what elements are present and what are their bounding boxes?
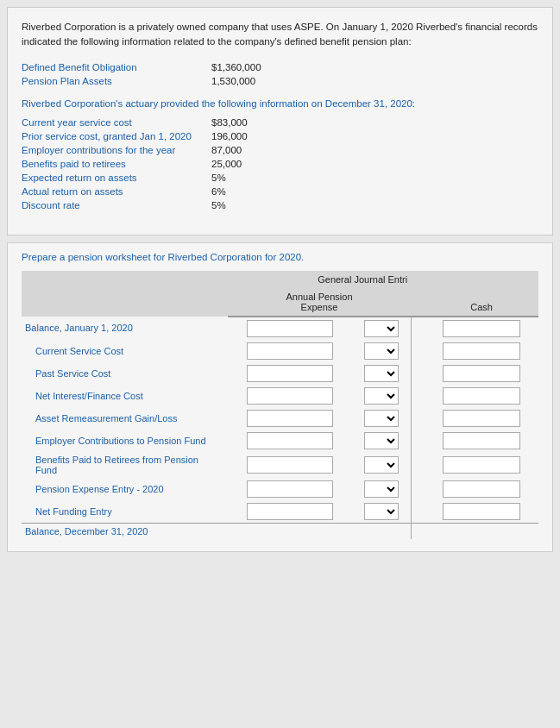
balance-row-2: Pension Plan Assets 1,530,000 <box>22 76 538 86</box>
actuary-row-4: Benefits paid to retirees 25,000 <box>22 159 538 169</box>
input-cell-bp-expense[interactable] <box>228 452 353 478</box>
row-employer-contributions: Employer Contributions to Pension Fund D… <box>22 430 538 452</box>
input-pe-expense[interactable] <box>247 480 333 498</box>
actuary-row-6: Actual return on assets 6% <box>22 186 538 197</box>
actuary-row-1: Current year service cost $83,000 <box>22 117 538 128</box>
input-ni-cash[interactable] <box>443 387 520 405</box>
input-cell-ec-expense[interactable] <box>228 430 353 452</box>
input-cell-pe-expense[interactable] <box>228 478 353 500</box>
select-pe-dr-cr[interactable]: DrCr <box>364 480 399 498</box>
row-balance-dec: Balance, December 31, 2020 <box>22 523 538 539</box>
input-ec-cash[interactable] <box>443 432 520 449</box>
input-psc-expense[interactable] <box>247 365 333 382</box>
actuary-row-3: Employer contributions for the year 87,0… <box>22 145 538 155</box>
input-ar-expense[interactable] <box>247 410 333 427</box>
input-pe-cash[interactable] <box>443 480 520 498</box>
actuary-value-6: 6% <box>211 186 298 197</box>
select-csc-dr-cr[interactable]: DrCr <box>364 342 399 360</box>
input-cell-balance-jan-expense[interactable] <box>228 317 353 340</box>
input-balance-jan-expense[interactable] <box>247 320 333 337</box>
input-cell-ec-cash[interactable] <box>425 430 538 452</box>
col-cash-header <box>425 271 538 288</box>
input-nf-expense[interactable] <box>247 503 333 520</box>
balance-label-2: Pension Plan Assets <box>22 76 211 86</box>
select-bp-dr-cr[interactable]: DrCr <box>364 456 399 474</box>
input-cell-ar-dr-cr[interactable]: DrCr <box>352 407 411 430</box>
input-cell-ni-dr-cr[interactable]: DrCr <box>352 385 411 407</box>
label-asset-remeasurement: Asset Remeasurement Gain/Loss <box>22 407 228 430</box>
col-label-header <box>22 271 228 288</box>
input-cell-psc-expense[interactable] <box>228 362 353 385</box>
input-cell-nf-expense[interactable] <box>228 500 353 524</box>
input-cell-nf-cash[interactable] <box>425 500 538 524</box>
row-net-funding-entry: Net Funding Entry DrCr <box>22 500 538 524</box>
actuary-value-4: 25,000 <box>211 159 298 169</box>
col-sep12 <box>411 523 425 539</box>
input-cell-psc-cash[interactable] <box>425 362 538 385</box>
input-cell-ar-expense[interactable] <box>228 407 353 430</box>
input-cell-ar-cash[interactable] <box>425 407 538 430</box>
input-cell-ec-dr-cr[interactable]: DrCr <box>352 430 411 452</box>
label-employer-contributions: Employer Contributions to Pension Fund <box>22 430 228 452</box>
col-sep8 <box>411 430 425 452</box>
input-cell-csc-cash[interactable] <box>425 340 538 362</box>
worksheet-title: Prepare a pension worksheet for Riverbed… <box>22 252 538 262</box>
row-benefits-paid: Benefits Paid to Retirees from Pension F… <box>22 452 538 478</box>
label-balance-dec: Balance, December 31, 2020 <box>22 523 228 539</box>
input-ec-expense[interactable] <box>247 432 333 449</box>
input-cell-bd-cash <box>425 523 538 539</box>
balance-row-1: Defined Benefit Obligation $1,360,000 <box>22 62 538 72</box>
input-bp-cash[interactable] <box>443 456 520 474</box>
col-sep9 <box>411 452 425 478</box>
input-bp-expense[interactable] <box>247 456 333 474</box>
actuary-label-3: Employer contributions for the year <box>22 145 211 155</box>
row-current-service-cost: Current Service Cost DrCr <box>22 340 538 362</box>
select-ar-dr-cr[interactable]: DrCr <box>364 410 399 427</box>
col-sep2 <box>411 288 425 317</box>
row-balance-jan: Balance, January 1, 2020 DrCr <box>22 317 538 340</box>
actuary-label-2: Prior service cost, granted Jan 1, 2020 <box>22 131 211 141</box>
input-cell-psc-dr-cr[interactable]: DrCr <box>352 362 411 385</box>
label-balance-jan: Balance, January 1, 2020 <box>22 317 228 340</box>
input-ni-expense[interactable] <box>247 387 333 405</box>
select-balance-jan-dr-cr[interactable]: DrCr <box>364 320 399 337</box>
input-cell-balance-jan-cash[interactable] <box>425 317 538 340</box>
actuary-row-2: Prior service cost, granted Jan 1, 2020 … <box>22 131 538 141</box>
col-label-sub <box>22 288 228 317</box>
input-cell-csc-expense[interactable] <box>228 340 353 362</box>
balance-table: Defined Benefit Obligation $1,360,000 Pe… <box>22 62 538 86</box>
input-cell-balance-jan-dr-cr[interactable]: DrCr <box>352 317 411 340</box>
input-cell-pe-dr-cr[interactable]: DrCr <box>352 478 411 500</box>
input-balance-jan-cash[interactable] <box>443 320 520 337</box>
select-ec-dr-cr[interactable]: DrCr <box>364 432 399 449</box>
input-cell-pe-cash[interactable] <box>425 478 538 500</box>
label-pension-expense-entry: Pension Expense Entry - 2020 <box>22 478 228 500</box>
input-cell-bp-dr-cr[interactable]: DrCr <box>352 452 411 478</box>
input-cell-bp-cash[interactable] <box>425 452 538 478</box>
intro-paragraph: Riverbed Corporation is a privately owne… <box>22 20 538 50</box>
col-sep10 <box>411 478 425 500</box>
actuary-value-7: 5% <box>211 200 298 210</box>
row-pension-expense-entry: Pension Expense Entry - 2020 DrCr <box>22 478 538 500</box>
actuary-label-6: Actual return on assets <box>22 186 211 197</box>
input-psc-cash[interactable] <box>443 365 520 382</box>
select-ni-dr-cr[interactable]: DrCr <box>364 387 399 405</box>
input-cell-ni-expense[interactable] <box>228 385 353 407</box>
input-csc-expense[interactable] <box>247 342 333 360</box>
actuary-title: Riverbed Corporation's actuary provided … <box>22 98 538 109</box>
actuary-label-1: Current year service cost <box>22 117 211 128</box>
input-cell-csc-dr-cr[interactable]: DrCr <box>352 340 411 362</box>
input-csc-cash[interactable] <box>443 342 520 360</box>
input-cell-nf-dr-cr[interactable]: DrCr <box>352 500 411 524</box>
select-psc-dr-cr[interactable]: DrCr <box>364 365 399 382</box>
select-nf-dr-cr[interactable]: DrCr <box>364 503 399 520</box>
actuary-value-2: 196,000 <box>211 131 298 141</box>
actuary-row-7: Discount rate 5% <box>22 200 538 210</box>
label-past-service-cost: Past Service Cost <box>22 362 228 385</box>
input-nf-cash[interactable] <box>443 503 520 520</box>
input-ar-cash[interactable] <box>443 410 520 427</box>
row-asset-remeasurement: Asset Remeasurement Gain/Loss DrCr <box>22 407 538 430</box>
input-cell-ni-cash[interactable] <box>425 385 538 407</box>
row-past-service-cost: Past Service Cost DrCr <box>22 362 538 385</box>
col-sep11 <box>411 500 425 524</box>
